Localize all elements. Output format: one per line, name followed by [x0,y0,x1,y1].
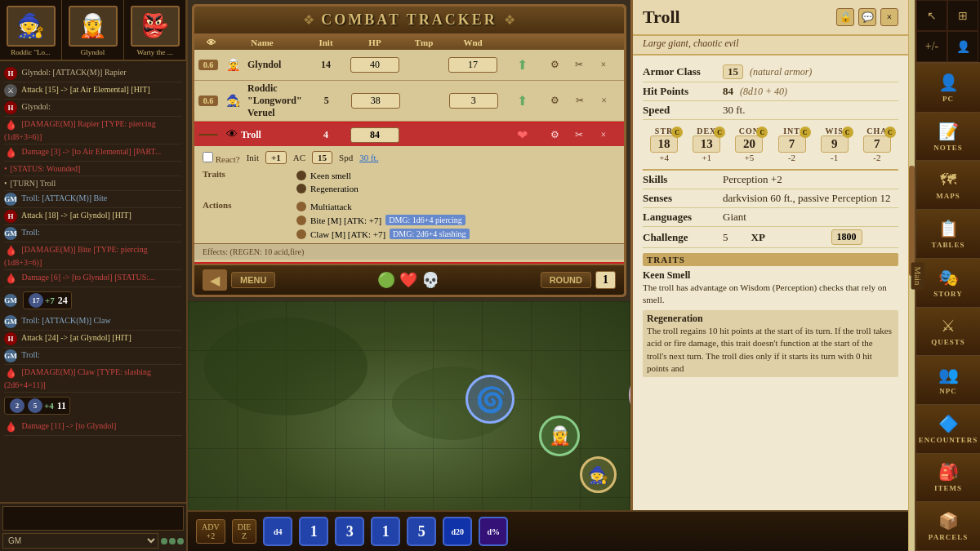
far-right-sidebar: ↖ ⊞ +/- 👤 👤 PC 📝 NOTES 🗺 MAPS 📋 TABLES 🎭… [915,0,980,551]
comb-icon-2r[interactable]: ✂ [572,93,588,109]
col-tmp: Tmp [399,38,448,47]
react-checkbox[interactable] [203,152,213,162]
effects-footer: Effects: (REGEN: 10 acid,fire) [194,243,624,260]
tracker-ornament-left: ❖ [303,12,314,28]
adv-button[interactable]: ADV +2 [196,519,225,544]
sidebar-btn-pc[interactable]: 👤 PC [916,64,980,113]
sidebar-btn-npc[interactable]: 👥 NPC [916,356,980,405]
combatant-glyndol[interactable]: 0.6 🧝 Glyndol 14 40 17 ⬆ ⚙ ✂ × [194,50,624,81]
init-chip: +1 [265,151,287,164]
dice-d20[interactable]: d20 [443,517,472,546]
comb-icon-3[interactable]: × [595,57,612,73]
dice-dot [169,538,176,544]
nav-left-btn[interactable]: ◀ [203,269,227,291]
dice-d6[interactable]: 1 [299,517,328,546]
comb-hp-glyndol: 40 [350,57,399,73]
comb-name-troll: Troll [241,129,261,141]
portrait-roddic-name: Roddic "Lo... [2,48,60,56]
top-icon-cursor[interactable]: ↖ [916,0,947,31]
scroll-thumb[interactable] [909,166,915,276]
dice-d12[interactable]: 5 [407,517,436,546]
npc-icon: 👥 [938,365,959,384]
action-claw: Claw [M] [ATK: +7] DMG: 2d6+4 slashing [288,227,616,241]
comb-icon-1r[interactable]: ⚙ [547,93,564,109]
menu-button[interactable]: MENU [231,272,275,288]
trait-regeneration: Regeneration The troll regains 10 hit po… [643,310,898,378]
init-badge-glyndol: 0.6 [198,60,218,70]
sidebar-btn-maps[interactable]: 🗺 MAPS [916,161,980,210]
sidebar-btn-tables[interactable]: 📋 TABLES [916,210,980,259]
lock-icon[interactable]: 🔒 [836,8,854,26]
roll-display-1: 17 +7 24 [23,291,72,309]
die-button[interactable]: DIE Z [232,519,257,544]
traits-label: Traits [203,169,284,195]
chat-input[interactable] [2,506,184,531]
npc-label: NPC [939,387,957,395]
tables-icon: 📋 [938,219,959,238]
token-char1-map[interactable]: 🧙 [580,456,617,493]
sidebar-btn-quests[interactable]: ⚔ QUESTS [916,308,980,357]
token-glyndol-map[interactable]: 🧝 [539,415,580,456]
portrait-warty-name: Warty the ... [127,48,184,56]
comb-icon-1[interactable]: ⚙ [546,57,563,73]
sidebar-btn-encounters[interactable]: 🔷 ENCOUNTERS [916,405,980,454]
token-air-elemental[interactable]: 🌀 [466,375,514,424]
log-item: 🩸 [DAMAGE(M)] Rapier [TYPE: piercing (1d… [4,117,182,144]
sidebar-btn-parcels[interactable]: 📦 PARCELS [916,502,980,551]
senses-key: Senses [643,192,716,205]
round-number: 1 [595,271,616,289]
col-hp: HP [350,38,399,47]
quests-icon: ⚔ [941,316,956,335]
sidebar-btn-notes[interactable]: 📝 NOTES [916,113,980,162]
portrait-warty[interactable]: 👺 Warty the ... [124,0,186,61]
languages-val: Giant [723,211,746,224]
comb-icon-1t[interactable]: ⚙ [546,127,563,143]
comb-hp-troll: 84 [350,127,399,143]
status-icon-green[interactable]: 🟢 [377,271,395,289]
portrait-glyndol[interactable]: 🧝 Glyndol [62,0,124,61]
speaker-select[interactable]: GM [2,533,158,549]
combatant-troll-row[interactable]: 👁 Troll 4 84 ❤ ⚙ ✂ × [194,123,624,146]
dice-d8[interactable]: 3 [335,517,364,546]
maps-label: MAPS [936,192,960,200]
combatant-troll-container: 👁 Troll 4 84 ❤ ⚙ ✂ × [194,122,624,264]
comb-icon-2t[interactable]: ✂ [571,127,587,143]
comb-icon-2[interactable]: ✂ [571,57,587,73]
comb-icon-3t[interactable]: × [595,127,612,143]
col-extra4 [595,38,620,47]
portrait-roddic[interactable]: 🧙 Roddic "Lo... [0,0,62,61]
sidebar-btn-items[interactable]: 🎒 ITEMS [916,454,980,503]
log-item: H Glyndol: [4,100,182,117]
senses-val: darkvision 60 ft., passive Perception 12 [723,192,890,205]
xp-val: 1800 [831,229,862,245]
chat-icon[interactable]: 💬 [858,8,876,26]
log-item: GM Troll: [4,225,182,242]
sidebar-btn-story[interactable]: 🎭 STORY [916,259,980,308]
bottom-bar: ADV +2 DIE Z d4 1 3 1 5 d20 d% [188,510,630,551]
actions-row: Actions Multiattack Bite [M] [ATK: +7] D… [194,198,624,243]
status-icon-red[interactable]: ❤️ [399,271,417,289]
dice-d4[interactable]: d4 [263,517,292,546]
log-item: 🩸 Damage [11] -> [to Glyndol] [4,419,182,436]
trait-keen-smell: Keen Smell The troll has advantage on Wi… [643,269,898,307]
combatant-roddic[interactable]: 0.6 🧙 Roddic "Longword" Veruel 5 38 3 ⬆ … [194,81,624,122]
dice-d100[interactable]: d% [479,517,508,546]
react-label: React? [203,152,240,164]
top-icon-plus[interactable]: +/- [916,31,947,62]
stat-senses: Senses darkvision 60 ft., passive Percep… [643,189,898,208]
ability-cha: CHA 7 -2 C [863,127,891,162]
round-button[interactable]: ROUND [541,272,591,288]
comb-icon-3r[interactable]: × [596,93,612,109]
status-icon-skull[interactable]: 💀 [421,271,439,289]
tracker-title: COMBAT TRACKER [321,11,497,29]
log-item: •[STATUS: Wounded] [4,162,182,176]
items-label: ITEMS [934,484,962,492]
top-icon-person[interactable]: 👤 [947,31,978,62]
monster-subtitle: Large giant, chaotic evil [633,36,908,56]
top-icon-grid[interactable]: ⊞ [947,0,978,31]
challenge-val: 5 [723,231,728,244]
right-panel-wrapper: Troll 🔒 💬 × Large giant, chaotic evil Ar… [630,0,915,551]
dice-d10[interactable]: 1 [371,517,400,546]
ability-dex: DEX 13 +1 C [693,127,720,162]
close-icon[interactable]: × [880,8,898,26]
